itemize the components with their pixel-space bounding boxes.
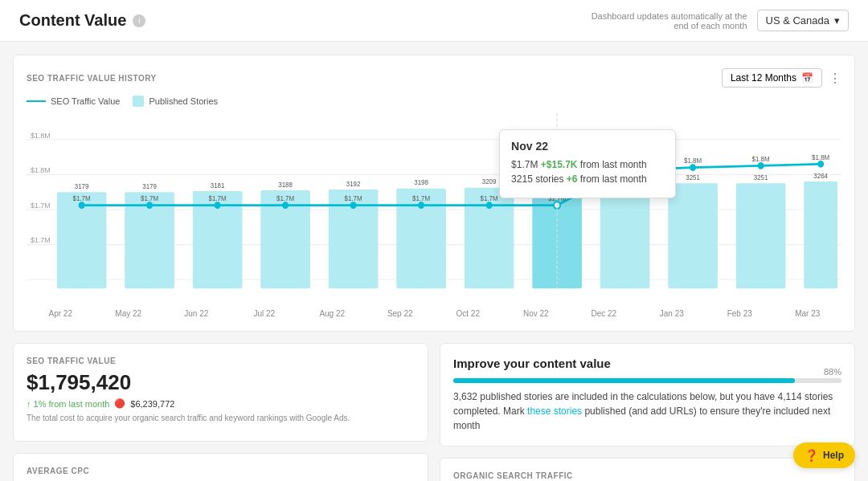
svg-text:$1.7M: $1.7M — [31, 235, 51, 244]
svg-point-44 — [817, 161, 824, 168]
legend-bar-item: Published Stories — [133, 96, 218, 107]
seo-traffic-extra: $6,239,772 — [130, 399, 174, 409]
chart-title: SEO TRAFFIC VALUE HISTORY — [27, 74, 157, 83]
svg-text:3264: 3264 — [813, 171, 828, 179]
svg-text:$1.7M: $1.7M — [412, 194, 430, 202]
svg-text:$1.8M: $1.8M — [812, 153, 829, 161]
progress-pct: 88% — [824, 367, 841, 377]
help-icon: ❓ — [805, 449, 818, 462]
svg-rect-31 — [804, 181, 837, 288]
chart-svg: $1.8M $1.8M $1.7M $1.7M 3179 3179 3181 3… — [27, 113, 841, 306]
x-label-aug: Aug 22 — [298, 309, 366, 318]
progress-bar-wrap: 88% — [453, 378, 841, 383]
svg-point-36 — [282, 202, 289, 209]
page-title: Content Value — [19, 11, 126, 30]
help-button[interactable]: ❓ Help — [793, 442, 855, 468]
svg-text:3198: 3198 — [414, 178, 428, 186]
avg-cpc-label: AVERAGE CPC — [27, 467, 415, 475]
tooltip-stories-change: +6 — [567, 173, 578, 185]
svg-text:$1.7M: $1.7M — [73, 194, 91, 202]
svg-text:$1.7M: $1.7M — [481, 194, 498, 202]
region-label: US & Canada — [766, 14, 830, 26]
tooltip-stories-from: from last month — [580, 173, 647, 185]
svg-point-42 — [690, 164, 696, 171]
svg-text:$1.8M: $1.8M — [31, 165, 51, 174]
main-content: SEO TRAFFIC VALUE HISTORY Last 12 Months… — [0, 42, 868, 481]
date-range-button[interactable]: Last 12 Months 📅 — [722, 68, 822, 88]
chevron-down-icon: ▾ — [834, 14, 840, 26]
x-label-may: May 22 — [95, 309, 163, 318]
legend-line-label: SEO Traffic Value — [51, 96, 120, 106]
page-header: Content Value i Dashboard updates automa… — [0, 0, 868, 42]
help-label: Help — [823, 450, 844, 461]
progress-bar-bg — [453, 378, 841, 383]
legend-bar-color — [133, 96, 144, 107]
svg-text:3188: 3188 — [278, 180, 293, 188]
organic-traffic-card: ORGANIC SEARCH TRAFFIC 376,810 ↑ 1% from… — [440, 458, 855, 481]
tooltip-month: Nov 22 — [511, 140, 664, 153]
seo-traffic-card: SEO TRAFFIC VALUE $1,795,420 ↑ 1% from l… — [13, 343, 428, 442]
seo-traffic-label: SEO TRAFFIC VALUE — [27, 357, 415, 365]
header-note: Dashboard updates automatically at the e… — [587, 11, 747, 31]
x-label-feb: Feb 23 — [706, 309, 774, 318]
x-label-oct: Oct 22 — [434, 309, 502, 318]
region-select[interactable]: US & Canada ▾ — [757, 10, 850, 31]
svg-text:$1.7M: $1.7M — [276, 194, 294, 202]
improve-text: 3,632 published stories are included in … — [453, 389, 841, 433]
svg-text:3181: 3181 — [211, 181, 225, 189]
progress-bar-fill — [453, 378, 795, 383]
info-icon[interactable]: i — [133, 14, 145, 27]
seo-traffic-note: The total cost to acquire your organic s… — [27, 414, 415, 422]
svg-text:3209: 3209 — [482, 177, 497, 185]
x-label-jan: Jan 23 — [638, 309, 706, 318]
svg-point-39 — [486, 202, 493, 209]
title-wrap: Content Value i — [19, 11, 145, 30]
x-label-apr: Apr 22 — [27, 309, 95, 318]
x-label-nov: Nov 22 — [502, 309, 571, 318]
svg-text:$1.8M: $1.8M — [31, 130, 51, 139]
bottom-cards: SEO TRAFFIC VALUE $1,795,420 ↑ 1% from l… — [13, 343, 855, 481]
svg-text:3179: 3179 — [75, 181, 89, 190]
x-label-mar: Mar 23 — [774, 309, 842, 318]
svg-point-33 — [79, 202, 85, 209]
svg-point-38 — [418, 202, 424, 209]
x-label-jun: Jun 22 — [162, 309, 231, 318]
chart-tooltip: Nov 22 $1.7M +$15.7K from last month 321… — [499, 129, 676, 198]
svg-text:3251: 3251 — [686, 173, 700, 181]
tooltip-value-change: +$15.7K — [541, 159, 578, 170]
improve-title: Improve your content value — [453, 357, 841, 370]
organic-traffic-label: ORGANIC SEARCH TRAFFIC — [453, 471, 841, 480]
svg-rect-27 — [668, 183, 718, 288]
chart-controls: Last 12 Months 📅 ⋮ — [722, 68, 841, 88]
svg-point-34 — [146, 202, 153, 209]
x-axis-labels: Apr 22 May 22 Jun 22 Jul 22 Aug 22 Sep 2… — [27, 309, 841, 318]
tooltip-from: from last month — [580, 159, 647, 170]
tooltip-value-row: $1.7M +$15.7K from last month — [511, 159, 664, 170]
improve-link[interactable]: these stories — [527, 406, 582, 417]
legend-bar-label: Published Stories — [149, 96, 218, 106]
more-options-icon[interactable]: ⋮ — [829, 71, 841, 86]
legend-line-color — [27, 100, 46, 102]
seo-traffic-change: ↑ 1% from last month 🔴 $6,239,772 — [27, 398, 415, 409]
svg-point-43 — [758, 162, 764, 169]
tooltip-value: $1.7M — [511, 159, 538, 170]
seo-traffic-flag-icon: 🔴 — [114, 398, 125, 409]
svg-text:$1.7M: $1.7M — [345, 194, 362, 202]
tooltip-stories: 3215 stories — [511, 173, 563, 185]
svg-text:$1.7M: $1.7M — [209, 194, 227, 202]
x-label-dec: Dec 22 — [570, 309, 638, 318]
chart-area: $1.8M $1.8M $1.7M $1.7M 3179 3179 3181 3… — [27, 113, 841, 306]
chart-card: SEO TRAFFIC VALUE HISTORY Last 12 Months… — [13, 55, 855, 332]
svg-text:$1.7M: $1.7M — [31, 200, 51, 209]
svg-text:$1.8M: $1.8M — [752, 155, 770, 163]
avg-cpc-card: AVERAGE CPC $4.54 ↑ 2% from last month T… — [13, 453, 428, 482]
svg-point-37 — [350, 202, 357, 209]
svg-text:3251: 3251 — [754, 173, 768, 181]
x-label-sep: Sep 22 — [366, 309, 435, 318]
svg-text:$1.7M: $1.7M — [141, 194, 158, 202]
svg-text:3179: 3179 — [142, 181, 157, 190]
svg-point-35 — [215, 202, 221, 209]
svg-rect-25 — [600, 186, 650, 289]
svg-rect-29 — [736, 183, 786, 288]
x-label-jul: Jul 22 — [231, 309, 299, 318]
